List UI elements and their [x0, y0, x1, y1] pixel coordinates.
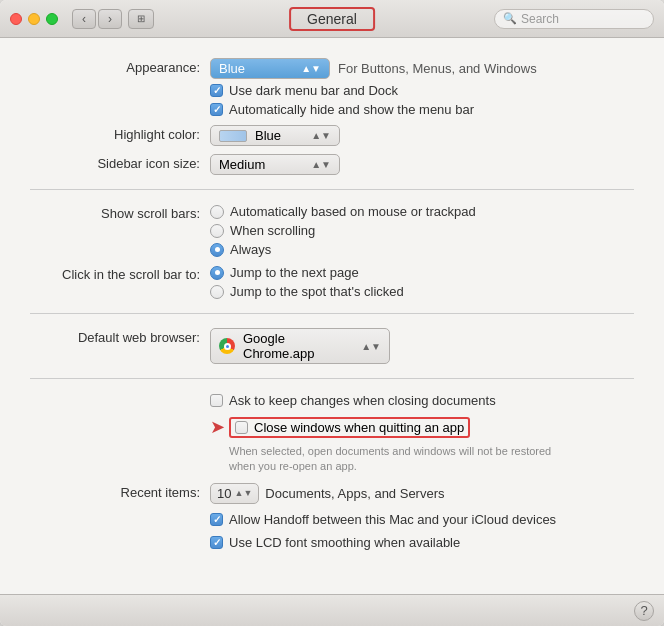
lcd-font-label: Use LCD font smoothing when available — [229, 535, 460, 550]
minimize-button[interactable] — [28, 13, 40, 25]
bottom-bar: ? — [0, 594, 664, 626]
highlight-color-controls: Blue ▲▼ — [210, 125, 634, 146]
auto-hide-menu-label: Automatically hide and show the menu bar — [229, 102, 474, 117]
dark-menu-bar-label: Use dark menu bar and Dock — [229, 83, 398, 98]
sidebar-icon-size-controls: Medium ▲▼ — [210, 154, 634, 175]
highlight-color-dropdown[interactable]: Blue ▲▼ — [210, 125, 340, 146]
highlight-color-row: Highlight color: Blue ▲▼ — [30, 125, 634, 146]
lcd-font-checkbox-row: Use LCD font smoothing when available — [210, 535, 634, 550]
scroll-auto-row: Automatically based on mouse or trackpad — [210, 204, 634, 219]
jump-spot-row: Jump to the spot that's clicked — [210, 284, 634, 299]
handoff-controls: Allow Handoff between this Mac and your … — [210, 512, 634, 527]
close-button[interactable] — [10, 13, 22, 25]
search-icon: 🔍 — [503, 12, 517, 25]
lcd-font-controls: Use LCD font smoothing when available — [210, 535, 634, 550]
scroll-bars-label: Show scroll bars: — [30, 204, 210, 221]
sidebar-size-arrow-icon: ▲▼ — [311, 159, 331, 170]
jump-next-page-row: Jump to the next page — [210, 265, 634, 280]
scroll-auto-radio[interactable] — [210, 205, 224, 219]
appearance-description: For Buttons, Menus, and Windows — [338, 61, 537, 76]
back-button[interactable]: ‹ — [72, 9, 96, 29]
close-windows-label: Close windows when quitting an app — [254, 420, 464, 435]
jump-spot-label: Jump to the spot that's clicked — [230, 284, 404, 299]
chrome-inner — [224, 343, 231, 350]
scroll-auto-label: Automatically based on mouse or trackpad — [230, 204, 476, 219]
forward-button[interactable]: › — [98, 9, 122, 29]
preferences-content: Appearance: Blue ▲▼ For Buttons, Menus, … — [0, 38, 664, 594]
scroll-always-row: Always — [210, 242, 634, 257]
arrow-indicator-icon: ➤ — [210, 416, 225, 438]
grid-button[interactable]: ⊞ — [128, 9, 154, 29]
default-browser-controls: Google Chrome.app ▲▼ — [210, 328, 634, 364]
default-browser-dropdown[interactable]: Google Chrome.app ▲▼ — [210, 328, 390, 364]
scroll-scrolling-label: When scrolling — [230, 223, 315, 238]
divider-2 — [30, 313, 634, 314]
appearance-dropdown[interactable]: Blue ▲▼ — [210, 58, 330, 79]
lcd-font-checkbox[interactable] — [210, 536, 223, 549]
window-title: General — [289, 7, 375, 31]
handoff-checkbox[interactable] — [210, 513, 223, 526]
click-scroll-row: Click in the scroll bar to: Jump to the … — [30, 265, 634, 299]
jump-spot-radio[interactable] — [210, 285, 224, 299]
traffic-lights — [10, 13, 58, 25]
handoff-checkbox-row: Allow Handoff between this Mac and your … — [210, 512, 634, 527]
scroll-always-radio[interactable] — [210, 243, 224, 257]
sidebar-icon-size-dropdown[interactable]: Medium ▲▼ — [210, 154, 340, 175]
dark-menu-bar-row: Use dark menu bar and Dock — [210, 83, 634, 98]
default-browser-value: Google Chrome.app — [243, 331, 357, 361]
search-placeholder: Search — [521, 12, 559, 26]
recent-items-row: Recent items: 10 ▲▼ Documents, Apps, and… — [30, 483, 634, 504]
system-preferences-window: ‹ › ⊞ General 🔍 Search Appearance: Blue … — [0, 0, 664, 626]
ask-keep-checkbox[interactable] — [210, 394, 223, 407]
scroll-scrolling-row: When scrolling — [210, 223, 634, 238]
ask-keep-checkbox-row: Ask to keep changes when closing documen… — [210, 393, 634, 408]
help-button[interactable]: ? — [634, 601, 654, 621]
appearance-arrow-icon: ▲▼ — [301, 63, 321, 74]
jump-next-page-radio[interactable] — [210, 266, 224, 280]
recent-items-controls: 10 ▲▼ Documents, Apps, and Servers — [210, 483, 634, 504]
default-browser-row: Default web browser: Google Chrome.app ▲… — [30, 328, 634, 364]
click-scroll-controls: Jump to the next page Jump to the spot t… — [210, 265, 634, 299]
lcd-font-row: Use LCD font smoothing when available — [30, 535, 634, 550]
search-bar[interactable]: 🔍 Search — [494, 9, 654, 29]
handoff-row: Allow Handoff between this Mac and your … — [30, 512, 634, 527]
appearance-value: Blue — [219, 61, 245, 76]
auto-hide-menu-row: Automatically hide and show the menu bar — [210, 102, 634, 117]
jump-next-page-label: Jump to the next page — [230, 265, 359, 280]
close-windows-checkbox[interactable] — [235, 421, 248, 434]
scroll-bars-row: Show scroll bars: Automatically based on… — [30, 204, 634, 257]
appearance-row: Appearance: Blue ▲▼ For Buttons, Menus, … — [30, 58, 634, 117]
recent-items-value: 10 — [217, 486, 231, 501]
sidebar-icon-size-label: Sidebar icon size: — [30, 154, 210, 171]
scroll-bars-controls: Automatically based on mouse or trackpad… — [210, 204, 634, 257]
titlebar: ‹ › ⊞ General 🔍 Search — [0, 0, 664, 38]
click-scroll-label: Click in the scroll bar to: — [30, 265, 210, 282]
recent-items-label: Recent items: — [30, 483, 210, 500]
auto-hide-menu-checkbox[interactable] — [210, 103, 223, 116]
handoff-spacer — [30, 512, 210, 514]
nav-buttons: ‹ › — [72, 9, 122, 29]
divider-1 — [30, 189, 634, 190]
ask-keep-label: Ask to keep changes when closing documen… — [229, 393, 496, 408]
handoff-label: Allow Handoff between this Mac and your … — [229, 512, 556, 527]
recent-items-description: Documents, Apps, and Servers — [265, 486, 444, 501]
scroll-scrolling-radio[interactable] — [210, 224, 224, 238]
chrome-icon — [219, 338, 235, 354]
scroll-always-label: Always — [230, 242, 271, 257]
highlight-color-value: Blue — [255, 128, 281, 143]
recent-items-dropdown[interactable]: 10 ▲▼ — [210, 483, 259, 504]
default-browser-label: Default web browser: — [30, 328, 210, 345]
divider-3 — [30, 378, 634, 379]
appearance-controls: Blue ▲▼ For Buttons, Menus, and Windows … — [210, 58, 634, 117]
close-windows-highlight-box: Close windows when quitting an app — [229, 417, 470, 438]
sidebar-icon-size-value: Medium — [219, 157, 265, 172]
title-area: General — [289, 7, 375, 31]
close-windows-spacer — [30, 416, 210, 418]
maximize-button[interactable] — [46, 13, 58, 25]
close-windows-controls: ➤ Close windows when quitting an app Whe… — [210, 416, 634, 475]
close-windows-helper: When selected, open documents and window… — [229, 444, 634, 475]
highlight-dropdown-arrow-icon: ▲▼ — [311, 130, 331, 141]
sidebar-icon-size-row: Sidebar icon size: Medium ▲▼ — [30, 154, 634, 175]
dark-menu-bar-checkbox[interactable] — [210, 84, 223, 97]
browser-arrow-icon: ▲▼ — [361, 341, 381, 352]
